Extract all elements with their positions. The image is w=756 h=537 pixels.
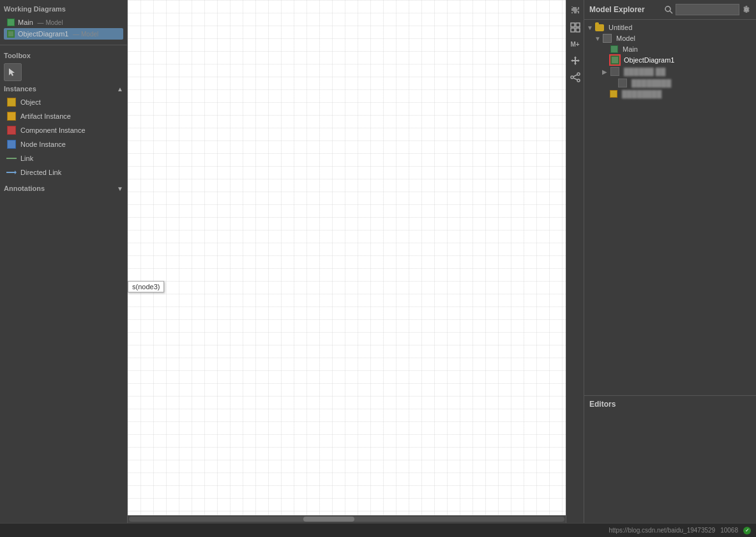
diagram-objdiag-label: ObjectDiagram1 [18, 30, 68, 38]
toolbar-btn-share[interactable] [568, 70, 582, 84]
right-panel: Model Explorer ▼ Untitled [584, 0, 756, 523]
cursor-icon [8, 67, 18, 77]
right-toolbar: M+ [566, 0, 584, 523]
toolbar-btn-grid[interactable] [568, 20, 582, 34]
blurred1-expand-arrow: ▶ [602, 68, 609, 75]
search-icon[interactable] [664, 5, 673, 14]
node-tooltip-text: s(node3) [132, 283, 160, 291]
toolbox-item-directed-link[interactable]: Directed Link [4, 165, 123, 179]
svg-line-13 [670, 11, 672, 13]
untitled-expand-arrow: ▼ [587, 24, 593, 31]
component-icon-shape [7, 126, 16, 135]
editors-title: Editors [589, 400, 751, 409]
main-diagram-icon [6, 18, 15, 27]
toolbar-btn-move[interactable] [568, 54, 582, 68]
toolbox-item-link[interactable]: Link [4, 151, 123, 165]
svg-line-10 [573, 75, 577, 77]
canvas-scrollbar-bottom[interactable] [128, 515, 566, 523]
search-input[interactable] [676, 4, 739, 15]
canvas-area: s(node3) [128, 0, 566, 523]
toolbar-btn-puzzle[interactable] [568, 4, 582, 18]
mp-label: M+ [570, 41, 579, 48]
toolbox-item-node-instance[interactable]: Node Instance [4, 137, 123, 151]
check-symbol: ✓ [745, 527, 750, 533]
svg-line-11 [573, 78, 577, 80]
component-instance-label: Component Instance [20, 126, 86, 134]
blurred1-label: ██████ ██ [624, 68, 665, 75]
instances-collapse-arrow[interactable]: ▲ [117, 86, 123, 93]
divider-1 [0, 45, 127, 45]
cursor-tool-container [4, 63, 123, 81]
main-expand-arrow [602, 46, 609, 53]
svg-point-7 [577, 73, 580, 75]
tree-item-objectdiagram1[interactable]: ObjectDiagram1 [584, 54, 756, 66]
svg-rect-4 [576, 23, 580, 27]
svg-marker-2 [15, 170, 17, 174]
toolbar-btn-mp[interactable]: M+ [568, 37, 582, 51]
directed-link-icon [6, 167, 17, 178]
untitled-label: Untitled [609, 24, 632, 31]
grid-icon [570, 22, 580, 33]
directed-link-icon-svg [6, 169, 17, 176]
node-instance-icon [6, 139, 17, 149]
object-icon-shape [7, 98, 16, 107]
object-icon [6, 97, 17, 107]
working-diagrams-section: Working Diagrams Main — Model ObjectDiag… [0, 0, 127, 42]
tree-item-blurred-3[interactable]: ████████ [584, 89, 756, 99]
link-icon [6, 153, 17, 163]
objdiag-diagram-icon [6, 29, 15, 38]
blurred2-label: ████████ [631, 79, 671, 87]
status-bar: https://blog.csdn.net/baidu_19473529 100… [0, 523, 756, 537]
component-instance-icon [6, 125, 17, 135]
svg-rect-3 [571, 23, 575, 27]
annotations-collapse-arrow[interactable]: ▼ [117, 185, 123, 192]
scrollbar-thumb[interactable] [303, 517, 354, 522]
cursor-tool-button[interactable] [4, 63, 22, 81]
artifact-instance-label: Artifact Instance [20, 112, 71, 120]
tree-area: ▼ Untitled ▼ Model Main ObjectDiagram1 [584, 20, 756, 395]
canvas[interactable]: s(node3) [128, 0, 566, 515]
toolbox-item-artifact-instance[interactable]: Artifact Instance [4, 109, 123, 123]
explorer-title: Model Explorer [589, 5, 645, 14]
instances-header: Instances ▲ [4, 85, 123, 93]
svg-rect-5 [571, 28, 575, 32]
node-instance-label: Node Instance [20, 140, 66, 148]
scrollbar-track[interactable] [129, 517, 564, 522]
toolbox-item-object[interactable]: Object [4, 95, 123, 109]
working-diagrams-title: Working Diagrams [4, 5, 123, 13]
toolbox-item-component-instance[interactable]: Component Instance [4, 123, 123, 137]
objdiag-expand-arrow [602, 57, 609, 64]
diagram-objdiag-suffix: — Model [71, 31, 98, 38]
main-tree-label: Main [623, 45, 638, 53]
share-icon [570, 72, 580, 82]
diagram-item-objectdiagram1[interactable]: ObjectDiagram1 — Model [4, 28, 123, 40]
objdiag-icon-shape [7, 30, 15, 38]
model-label: Model [616, 34, 635, 42]
tree-item-untitled[interactable]: ▼ Untitled [584, 22, 756, 33]
instances-label: Instances [4, 85, 36, 93]
untitled-folder-icon [595, 24, 604, 31]
link-icon-svg [6, 155, 17, 162]
blurred3-icon [610, 90, 617, 98]
diagram-main-suffix: — Model [36, 19, 63, 26]
tree-item-model[interactable]: ▼ Model [584, 33, 756, 44]
canvas-wrapper[interactable]: s(node3) [128, 0, 566, 515]
tree-item-blurred-1[interactable]: ▶ ██████ ██ [584, 66, 756, 77]
svg-point-8 [571, 76, 573, 79]
status-code: 10068 [720, 527, 738, 534]
toolbox-section: Toolbox Instances ▲ Object [0, 48, 127, 523]
blurred1-icon [610, 67, 619, 76]
diagram-item-main[interactable]: Main — Model [4, 17, 123, 28]
editors-section: Editors [584, 395, 756, 523]
directed-link-label: Directed Link [20, 169, 61, 176]
tree-item-blurred-2[interactable]: ████████ [584, 77, 756, 89]
status-ok: ✓ [743, 527, 751, 534]
blurred3-label: ████████ [622, 90, 662, 98]
model-expand-arrow: ▼ [594, 35, 601, 42]
gear-icon[interactable] [742, 5, 751, 14]
node-icon-shape [7, 140, 16, 149]
tree-item-main[interactable]: Main [584, 44, 756, 54]
green-check-icon: ✓ [743, 527, 751, 534]
artifact-icon-shape [7, 112, 16, 121]
node-tooltip: s(node3) [128, 281, 164, 292]
